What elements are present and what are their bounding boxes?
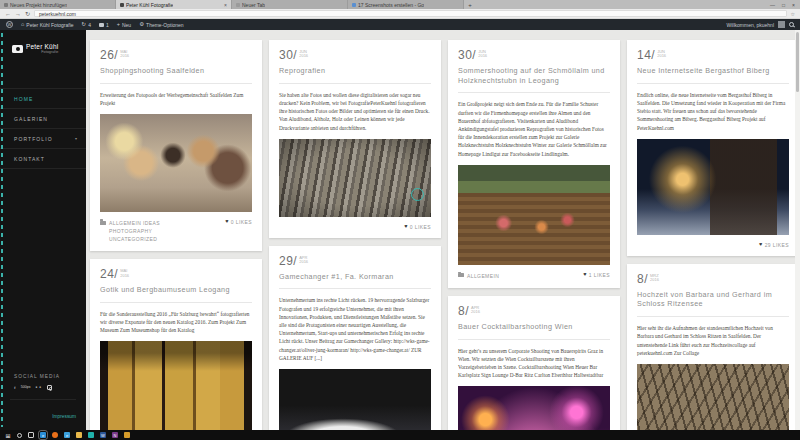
- browser-window: Neues Projekt hinzufügen Peter Kühl Foto…: [0, 0, 800, 440]
- close-button[interactable]: ×: [792, 2, 795, 8]
- post-title[interactable]: Neue Internetseite Bergasthof Biberg: [637, 66, 789, 84]
- 500px-icon[interactable]: 500px: [21, 386, 31, 390]
- sidebar-item-home[interactable]: HOME: [0, 88, 86, 109]
- social-media-label: SOCIAL MEDIA: [14, 374, 60, 379]
- instagram-icon[interactable]: [47, 385, 52, 390]
- wp-admin-bar: W ⌂ Peter Kühl Fotografie ↻ 4 1 + Neu ⚙ …: [0, 19, 800, 30]
- tab-bar: Neues Projekt hinzufügen Peter Kühl Foto…: [0, 0, 800, 9]
- post-title[interactable]: Reprografien: [279, 66, 431, 84]
- post-image[interactable]: [279, 139, 431, 217]
- browser-tab-4[interactable]: 17 Screenshots erstellen - Go: [348, 0, 464, 9]
- taskbar-search-icon[interactable]: [17, 433, 22, 438]
- site-logo[interactable]: Peter Kühl Fotografie: [12, 43, 80, 54]
- comments-count: 1: [106, 22, 109, 28]
- tab-favicon: [120, 3, 124, 7]
- admin-updates[interactable]: ↻ 4: [82, 22, 91, 28]
- admin-theme-options[interactable]: ⚙ Theme-Optionen: [139, 22, 183, 28]
- scrollbar-thumb[interactable]: [796, 32, 799, 92]
- folder-icon: [458, 273, 464, 277]
- sidebar-item-portfolio[interactable]: PORTFOLIO ▾: [0, 129, 86, 149]
- post-excerpt: Hier geht’s zu unserem Corporate Shootin…: [458, 347, 610, 380]
- start-button-icon[interactable]: ⊞: [5, 432, 11, 438]
- wordpress-logo-icon[interactable]: W: [6, 21, 13, 28]
- post-image[interactable]: [100, 114, 252, 212]
- notes-app-icon[interactable]: [124, 432, 130, 438]
- reload-icon[interactable]: ↻: [25, 11, 30, 17]
- sidebar: Peter Kühl Fotografie HOME GALERIEN PORT…: [0, 30, 86, 430]
- teal-dash-decoration: [1, 33, 3, 427]
- page-scrollbar[interactable]: [795, 30, 800, 430]
- logo-subtitle: Fotografie: [26, 50, 58, 54]
- tab-label: Neues Projekt hinzufügen: [10, 2, 67, 8]
- store-icon[interactable]: [88, 432, 94, 438]
- post-likes[interactable]: ♥ 1 LIKES: [583, 272, 610, 278]
- post-categories[interactable]: ALLGEMEIN: [458, 272, 499, 280]
- impressum-link[interactable]: Impressum: [52, 414, 76, 419]
- browser-tab-2-active[interactable]: Peter Kühl Fotografie ×: [116, 0, 232, 9]
- forward-icon[interactable]: →: [15, 11, 21, 17]
- file-explorer-icon[interactable]: [76, 432, 82, 438]
- avatar[interactable]: [778, 21, 785, 28]
- post-title[interactable]: Hochzeit von Barbara und Gerhard im Schl…: [637, 290, 789, 317]
- post-title[interactable]: Gamechanger #1, Fa. Kormaran: [279, 272, 431, 290]
- heart-icon: ♥: [759, 242, 763, 248]
- browser-tab-3[interactable]: Neuer Tab: [232, 0, 348, 9]
- url-text: peterkuehnl.com: [39, 11, 76, 17]
- post-title[interactable]: Shoppingshooting Saalfelden: [100, 66, 252, 84]
- post-title[interactable]: Bauer Cocktailbarshooting Wien: [458, 322, 610, 340]
- post-image[interactable]: [458, 386, 610, 430]
- post-likes[interactable]: ♥ 0 LIKES: [404, 224, 431, 230]
- post-date: 29/ APR2016: [279, 255, 431, 267]
- admin-comments[interactable]: 1: [99, 22, 109, 28]
- facebook-icon[interactable]: f: [14, 385, 16, 390]
- flickr-icon[interactable]: ● ●: [35, 386, 41, 389]
- logo-title: Peter Kühl: [26, 43, 58, 50]
- post-image[interactable]: [637, 139, 789, 235]
- post-card-reprografien: 30/ JUN2016 Reprografien Sie haben alte …: [269, 40, 441, 238]
- post-image[interactable]: [279, 369, 431, 430]
- post-card-biberg: 14/ JUN2016 Neue Internetseite Bergastho…: [627, 40, 795, 256]
- admin-site-name[interactable]: ⌂ Peter Kühl Fotografie: [21, 22, 74, 28]
- post-image[interactable]: [458, 165, 610, 265]
- admin-welcome[interactable]: Willkommen, pkuehnl: [726, 22, 774, 28]
- post-card-sommershooting: 30/ JUN2016 Sommershooting auf der Schmö…: [448, 40, 620, 288]
- tab-favicon: [236, 3, 240, 7]
- window-controls: — □ ×: [770, 0, 800, 9]
- edge-icon[interactable]: e: [40, 432, 46, 438]
- new-tab-button[interactable]: +: [464, 0, 476, 9]
- address-bar: ← → ↻ peterkuehnl.com ☆: [0, 9, 800, 19]
- post-excerpt: Für die Sonderausstellung 2016 „Für Salz…: [100, 310, 252, 335]
- post-likes[interactable]: ♥ 0 LIKES: [225, 219, 252, 225]
- url-box[interactable]: peterkuehnl.com: [34, 10, 786, 17]
- post-image[interactable]: [637, 364, 789, 430]
- admin-new-button[interactable]: + Neu: [117, 22, 131, 28]
- post-excerpt: Hier seht ihr die Aufnahmen der standesa…: [637, 324, 789, 357]
- back-icon[interactable]: ←: [5, 11, 11, 17]
- post-image[interactable]: [100, 341, 252, 430]
- post-excerpt: Sie haben alte Fotos und wollen diese di…: [279, 91, 431, 132]
- internet-explorer-icon[interactable]: e: [64, 432, 70, 438]
- post-title[interactable]: Sommershooting auf der Schmöllalm und Ho…: [458, 66, 610, 93]
- post-likes[interactable]: ♥ 29 LIKES: [759, 242, 789, 248]
- favorite-star-icon[interactable]: ☆: [791, 11, 795, 17]
- sidebar-item-kontakt[interactable]: KONTAKT: [0, 149, 86, 169]
- word-icon[interactable]: W: [100, 432, 106, 438]
- loading-ring-icon: [411, 188, 424, 201]
- updates-count: 4: [88, 22, 91, 28]
- onenote-icon[interactable]: N: [112, 432, 118, 438]
- tab-close-icon[interactable]: ×: [224, 2, 227, 8]
- browser-tab-1[interactable]: Neues Projekt hinzufügen: [0, 0, 116, 9]
- chevron-down-icon: ▾: [75, 136, 78, 141]
- sidebar-item-galerien[interactable]: GALERIEN: [0, 109, 86, 129]
- post-categories[interactable]: ALLGEMEIN IDEAS PHOTOGRAPHY UNCATEGORIZE…: [100, 219, 199, 243]
- minimize-button[interactable]: —: [770, 2, 775, 8]
- post-title[interactable]: Gotik und Bergbaumuseum Leogang: [100, 285, 252, 303]
- masonry-column-2: 30/ JUN2016 Reprografien Sie haben alte …: [269, 40, 441, 430]
- search-icon[interactable]: [789, 22, 794, 27]
- firefox-icon[interactable]: [52, 432, 58, 438]
- folder-icon: [100, 221, 106, 225]
- task-view-icon[interactable]: [28, 432, 34, 438]
- maximize-button[interactable]: □: [782, 2, 785, 8]
- update-icon: ↻: [82, 22, 87, 28]
- masonry-column-3: 30/ JUN2016 Sommershooting auf der Schmö…: [448, 40, 620, 430]
